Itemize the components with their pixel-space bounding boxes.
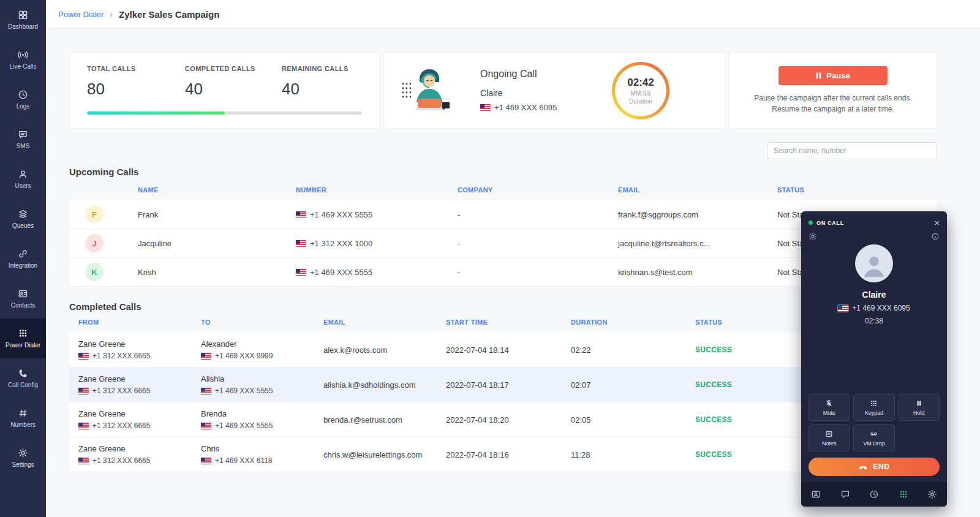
sidebar-item-label: Queues [12,222,34,229]
gear-icon[interactable] [927,489,937,499]
ongoing-call-card: Ongoing Call Claire +1 469 XXX 6095 02:4… [383,52,725,129]
completed-calls-stat: COMPLETED CALLS 40 [185,65,282,128]
chat-icon[interactable] [840,489,850,499]
live-calls-icon [18,50,28,60]
sidebar-item-sms[interactable]: SMS [0,119,46,159]
sidebar-item-label: Logs [17,103,30,110]
hold-icon [915,399,923,407]
call-config-icon [18,368,28,379]
avatar: K [85,263,104,281]
sidebar-item-label: Dashboard [8,23,38,30]
sidebar: Dashboard Live Calls Logs SMS Users Queu… [0,0,46,517]
sidebar-item-power-dialer[interactable]: Power Dialer [0,319,46,358]
sidebar-item-label: Numbers [10,421,36,428]
vm-drop-button[interactable]: VM Drop [853,425,894,451]
pause-description: Pause the campaign after the current cal… [754,93,911,115]
close-icon[interactable]: × [934,218,940,227]
column-header: TO [192,319,314,326]
total-calls-value: 80 [87,80,185,99]
sidebar-item-settings[interactable]: Settings [0,438,46,478]
us-flag-icon [78,388,89,394]
sidebar-item-call-config[interactable]: Call Config [0,358,46,398]
sidebar-item-label: Users [15,183,31,189]
sidebar-item-label: Live Calls [10,63,36,70]
us-flag-icon [201,388,211,394]
upcoming-calls-title: Upcoming Calls [69,167,937,177]
call-duration-ring: 02:42 MM:SS Duration [612,62,669,119]
remaining-calls-value: 40 [282,80,349,99]
avatar: F [85,205,104,224]
sidebar-item-label: Call Config [8,382,38,388]
column-header: FROM [69,319,192,326]
sidebar-item-dashboard[interactable]: Dashboard [0,0,46,40]
agent-illustration [400,64,458,116]
total-calls-stat: TOTAL CALLS 80 [87,65,185,128]
notes-button[interactable]: Notes [809,425,850,451]
call-stats-card: TOTAL CALLS 80 COMPLETED CALLS 40 REMAIN… [69,52,380,129]
sidebar-item-contacts[interactable]: Contacts [0,279,46,319]
call-status-label: ON CALL [816,220,844,226]
column-header: EMAIL [618,186,777,194]
mute-button[interactable]: Mute [809,394,850,421]
campaign-progress-bar [87,111,362,115]
sidebar-item-label: Settings [12,461,34,468]
settings-icon [18,448,28,458]
logs-icon [18,89,28,100]
history-icon[interactable] [869,489,879,499]
us-flag-icon [201,353,211,360]
ongoing-call-name: Claire [480,88,557,98]
integration-icon [18,249,28,259]
caller-name: Claire [801,290,947,300]
completed-calls-value: 40 [185,80,282,99]
info-icon[interactable] [931,232,940,241]
contact-card-icon[interactable] [811,489,821,499]
widget-settings-icon[interactable] [809,232,817,241]
call-duration-unit: MM:SS [631,90,651,97]
progress-fill [87,111,225,115]
sidebar-item-users[interactable]: Users [0,159,46,199]
us-flag-icon [201,458,211,464]
breadcrumb-parent[interactable]: Power Dialer [58,10,104,19]
column-header: STATUS [777,186,937,194]
sidebar-item-numbers[interactable]: Numbers [0,398,46,438]
voicemail-icon [870,430,878,438]
ongoing-call-title: Ongoing Call [480,69,557,80]
us-flag-icon [838,305,848,312]
widget-footer-bar [801,482,947,507]
call-duration-caption: Duration [629,98,652,105]
column-header: NUMBER [296,186,458,194]
total-calls-label: TOTAL CALLS [87,65,185,72]
pause-button[interactable]: Pause [778,66,888,85]
caller-number: +1 469 XXX 6095 [852,304,910,312]
breadcrumb-separator-icon: › [110,9,113,19]
sidebar-item-queues[interactable]: Queues [0,199,46,239]
column-header: DURATION [562,319,686,326]
pause-campaign-card: Pause Pause the campaign after the curre… [729,52,937,129]
power-dialer-icon [18,328,28,339]
us-flag-icon [296,269,306,276]
mute-icon [825,399,833,407]
keypad-button[interactable]: Keypad [853,394,894,421]
us-flag-icon [78,458,89,464]
dialpad-icon[interactable] [899,489,908,499]
hold-button[interactable]: Hold [899,394,940,421]
sidebar-item-logs[interactable]: Logs [0,80,46,119]
sidebar-item-integration[interactable]: Integration [0,239,46,279]
remaining-calls-stat: REMAINING CALLS 40 [282,65,349,128]
search-input[interactable] [767,142,937,159]
sidebar-item-label: Integration [9,262,37,269]
column-header: NAME [138,186,296,194]
us-flag-icon [480,104,491,111]
keypad-icon [870,399,878,407]
sidebar-item-label: Contacts [11,302,35,309]
upcoming-calls-header: NAME NUMBER COMPANY EMAIL STATUS [69,179,937,200]
call-duration-value: 02:42 [627,77,654,89]
sidebar-item-label: SMS [17,143,30,149]
end-call-button[interactable]: END [809,458,940,476]
sms-icon [18,129,28,140]
us-flag-icon [296,240,306,247]
contacts-icon [18,289,28,299]
call-controls: Mute Keypad Hold Notes VM Drop [801,394,947,451]
sidebar-item-live-calls[interactable]: Live Calls [0,40,46,80]
top-bar: Power Dialer › Zylker Sales Campaign [46,0,980,29]
